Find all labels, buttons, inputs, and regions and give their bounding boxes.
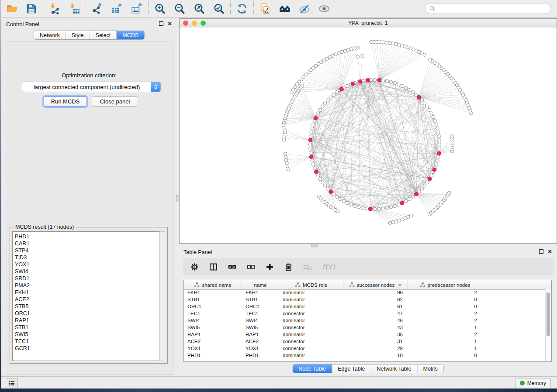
zoom-out-button[interactable] [173,3,186,15]
network-node[interactable] [389,206,393,209]
satellite-node[interactable] [450,135,454,138]
network-node[interactable] [437,131,440,134]
export-image-button[interactable] [131,3,143,15]
network-node[interactable] [326,99,329,102]
satellite-node[interactable] [356,46,360,50]
network-node[interactable] [313,167,317,170]
satellite-node[interactable] [409,214,413,217]
mcds-result-item[interactable]: SRD1 [15,275,160,282]
table-scrollbar[interactable] [545,289,551,361]
network-node[interactable] [423,102,426,105]
settings-button[interactable] [190,262,199,272]
satellite-node[interactable] [282,124,285,127]
satellite-node[interactable] [337,52,341,55]
column-header-shared-name[interactable]: shared name [184,280,242,289]
network-node[interactable] [329,96,332,99]
network-node[interactable] [335,91,339,94]
refresh-button[interactable] [236,3,248,15]
network-node[interactable] [357,206,360,209]
close-table-panel-icon[interactable]: × [548,249,552,254]
network-node[interactable] [420,99,424,102]
float-panel-icon[interactable] [159,21,163,26]
vertical-splitter[interactable] [176,18,179,376]
network-node[interactable] [310,131,313,134]
network-node[interactable] [385,79,389,83]
network-node[interactable] [408,88,412,92]
network-node[interactable] [309,147,312,151]
satellite-node[interactable] [353,47,356,50]
mcds-hub-node[interactable] [309,155,313,159]
mcds-result-item[interactable]: TID3 [15,254,160,261]
network-node[interactable] [435,123,438,127]
network-node[interactable] [436,159,439,162]
satellite-node[interactable] [286,165,289,168]
mcds-hub-node[interactable] [417,95,421,99]
table-row[interactable]: ORC1ORC1dominator610 [184,303,546,310]
column-header-successor-nodes[interactable]: successor nodes [343,280,408,289]
network-node[interactable] [318,178,322,181]
network-node[interactable] [332,93,336,96]
satellite-node[interactable] [336,210,339,213]
table-scrollbar-thumb[interactable] [547,292,550,336]
network-node[interactable] [332,193,336,196]
column-layout-button[interactable] [208,262,218,272]
network-node[interactable] [435,163,438,166]
network-node[interactable] [321,105,325,108]
mcds-hub-node[interactable] [308,138,312,142]
column-header-predecessor-nodes[interactable]: predecessor nodes [408,280,482,289]
mcds-hub-node[interactable] [428,177,432,181]
network-node[interactable] [323,102,327,105]
network-node[interactable] [308,143,312,146]
network-node[interactable] [415,93,418,96]
network-node[interactable] [342,199,346,203]
network-node[interactable] [405,199,408,203]
mcds-hub-node[interactable] [366,78,370,82]
network-graph[interactable] [180,28,557,243]
network-node[interactable] [437,135,441,138]
import-table-button[interactable] [68,3,80,15]
zoom-selected-button[interactable] [213,3,225,15]
mcds-result-item[interactable]: SWI4 [15,268,160,275]
network-node[interactable] [373,207,377,211]
satellite-node[interactable] [391,42,394,45]
network-node[interactable] [365,207,369,210]
column-header-name[interactable]: name [242,280,279,289]
network-node[interactable] [408,197,412,201]
task-history-button[interactable] [6,378,18,388]
save-session-button[interactable] [25,3,38,15]
mcds-hub-node[interactable] [358,79,362,83]
network-node[interactable] [361,206,365,210]
mcds-hub-node[interactable] [315,170,318,174]
mcds-hub-node[interactable] [351,82,355,86]
satellite-node[interactable] [391,220,395,224]
satellite-node[interactable] [382,41,385,44]
network-node[interactable] [426,181,429,184]
mcds-result-item[interactable]: YOX1 [15,261,160,268]
export-network-button[interactable] [91,3,104,15]
satellite-node[interactable] [284,152,287,156]
mcds-result-item[interactable]: CAR1 [15,240,160,247]
search-box[interactable] [425,3,551,14]
network-node[interactable] [326,187,329,191]
mcds-result-item[interactable]: ACE2 [15,296,160,303]
network-node[interactable] [432,115,435,119]
satellite-node[interactable] [340,50,344,54]
mcds-result-item[interactable]: ORC1 [15,310,160,317]
table-row[interactable]: FKH1FKH1dominator962 [184,289,546,296]
open-session-button[interactable] [6,3,18,15]
table-row[interactable]: RAP1RAP1dominator352 [184,331,546,338]
network-node[interactable] [311,123,315,127]
tab-network-table[interactable]: Network Table [371,364,417,373]
table-row[interactable]: SWI5SWI5connector431 [184,324,546,331]
mcds-list-scrollbar[interactable] [159,231,165,361]
satellite-node[interactable] [284,158,288,162]
deselect-all-button[interactable] [246,262,256,272]
satellite-node[interactable] [394,220,398,224]
satellite-node[interactable] [361,54,364,58]
network-node[interactable] [373,78,377,82]
memory-button[interactable]: Memory [515,378,551,388]
tab-select[interactable]: Select [90,31,117,39]
network-node[interactable] [321,181,325,184]
network-node[interactable] [411,91,415,94]
network-node[interactable] [397,203,401,206]
